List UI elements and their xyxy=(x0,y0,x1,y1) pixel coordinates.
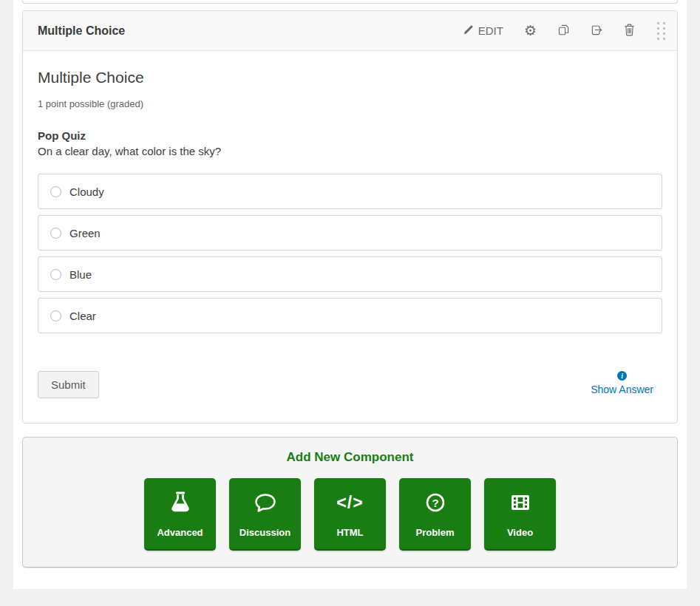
choice-label: Green xyxy=(69,227,101,239)
add-video-button[interactable]: Video xyxy=(484,478,556,551)
previous-component-edge xyxy=(22,0,678,4)
question-circle-icon: ? xyxy=(422,478,449,527)
component-header: Multiple Choice EDIT ⚙ xyxy=(23,11,677,51)
add-button-label: Video xyxy=(507,527,533,538)
flask-icon xyxy=(167,478,194,527)
gear-icon: ⚙ xyxy=(524,24,537,37)
choice-option-green[interactable]: Green xyxy=(38,215,662,251)
add-button-label: Problem xyxy=(415,527,454,538)
show-answer-label: Show Answer xyxy=(591,384,653,395)
choice-label: Blue xyxy=(69,268,92,281)
add-button-label: HTML xyxy=(336,527,363,538)
choice-list: Cloudy Green Blue Clear xyxy=(38,174,662,333)
radio-button[interactable] xyxy=(50,310,61,321)
add-button-label: Discussion xyxy=(239,527,290,538)
problem-title: Multiple Choice xyxy=(38,69,662,86)
duplicate-icon xyxy=(557,24,570,38)
move-button[interactable] xyxy=(591,24,603,38)
radio-button[interactable] xyxy=(50,186,61,197)
pencil-icon xyxy=(463,24,474,38)
duplicate-button[interactable] xyxy=(557,24,570,38)
choice-option-blue[interactable]: Blue xyxy=(38,256,662,292)
add-problem-button[interactable]: ? Problem xyxy=(399,478,471,551)
problem-body: Multiple Choice 1 point possible (graded… xyxy=(23,51,677,423)
question-text: On a clear day, what color is the sky? xyxy=(38,145,662,157)
question-title: Pop Quiz xyxy=(38,129,662,142)
show-answer-link[interactable]: i Show Answer xyxy=(591,371,653,395)
code-icon: </> xyxy=(336,478,363,527)
edit-button[interactable]: EDIT xyxy=(463,24,503,38)
speech-bubble-icon xyxy=(252,478,279,527)
info-icon: i xyxy=(617,371,627,381)
add-html-button[interactable]: </> HTML xyxy=(314,478,386,551)
choice-label: Cloudy xyxy=(69,185,104,198)
add-discussion-button[interactable]: Discussion xyxy=(229,478,301,551)
edit-button-label: EDIT xyxy=(478,24,503,37)
component-title: Multiple Choice xyxy=(38,24,463,38)
add-new-component-title: Add New Component xyxy=(23,450,677,465)
settings-button[interactable]: ⚙ xyxy=(524,24,537,37)
delete-button[interactable] xyxy=(624,24,635,38)
add-new-component-panel: Add New Component Advanced xyxy=(22,437,678,568)
add-component-buttons: Advanced Discussion </> HTML xyxy=(23,478,677,551)
problem-progress: 1 point possible (graded) xyxy=(38,98,662,109)
component-actions: EDIT ⚙ xyxy=(463,21,667,41)
svg-text:?: ? xyxy=(432,497,438,509)
choice-label: Clear xyxy=(69,310,96,322)
drag-handle[interactable] xyxy=(656,21,667,41)
choice-option-clear[interactable]: Clear xyxy=(38,298,662,333)
trash-icon xyxy=(624,24,635,38)
move-icon xyxy=(591,24,603,38)
radio-button[interactable] xyxy=(50,269,61,280)
add-advanced-button[interactable]: Advanced xyxy=(144,478,216,551)
choice-option-cloudy[interactable]: Cloudy xyxy=(38,174,662,209)
content-column: Multiple Choice EDIT ⚙ xyxy=(13,0,687,589)
add-button-label: Advanced xyxy=(157,527,203,538)
film-icon xyxy=(507,478,534,527)
submit-button[interactable]: Submit xyxy=(38,371,99,398)
problem-action-row: Submit i Show Answer xyxy=(38,371,662,398)
multiple-choice-component: Multiple Choice EDIT ⚙ xyxy=(22,10,678,423)
radio-button[interactable] xyxy=(50,228,61,239)
